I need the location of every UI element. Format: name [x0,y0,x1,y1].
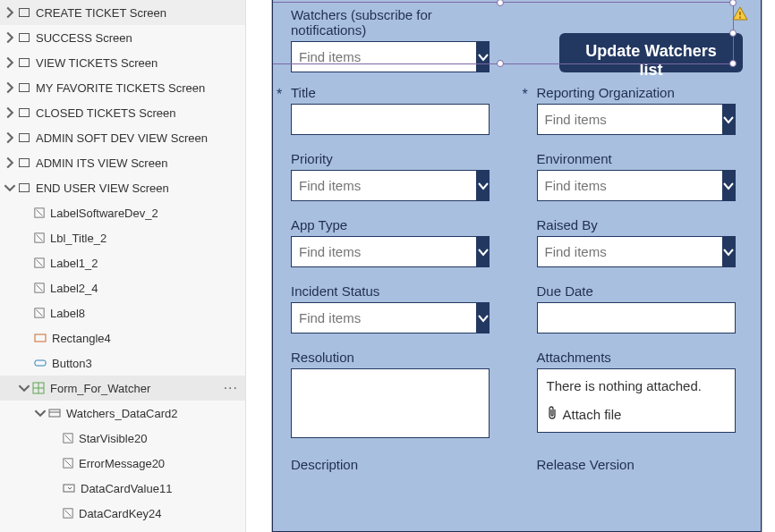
screen-icon [18,131,30,144]
chevron-down-icon[interactable] [476,170,490,201]
tree-item-admin-soft-dev[interactable]: ADMIN SOFT DEV VIEW Screen [0,125,245,150]
tree-item-watchers-datacard[interactable]: Watchers_DataCard2 [0,401,245,426]
environment-label: Environment [537,151,744,166]
field-title: * Title [291,85,498,135]
chevron-down-icon[interactable] [722,170,736,201]
field-resolution: Resolution [291,350,498,441]
tree-item-rectangle[interactable]: Rectangle4 [0,325,245,350]
tree-label: ADMIN SOFT DEV VIEW Screen [36,131,208,145]
due-date-input[interactable] [537,302,736,334]
field-raised-by: Raised By [537,217,744,267]
chevron-down-icon[interactable] [476,236,490,267]
tree-label: DataCardValue11 [81,482,172,495]
field-app-type: App Type [291,217,498,267]
tree-item-datacardkey[interactable]: DataCardKey24 [0,501,245,526]
resolution-label: Resolution [291,350,498,365]
tree-label: Form_For_Watcher [50,382,150,395]
tree-label: Lbl_Title_2 [50,232,106,245]
watchers-label: Watchers (subscribe for notifications) [291,7,506,38]
incident-status-label: Incident Status [291,283,498,299]
tree-item-label[interactable]: Label1_2 [0,250,245,275]
tree-panel[interactable]: CREATE TICKET Screen SUCCESS Screen VIEW… [0,0,246,532]
tree-label: Label1_2 [50,257,98,270]
required-icon: * [277,87,282,103]
app-type-combobox[interactable] [291,236,490,267]
update-watchers-button[interactable]: Update Watchers list [559,33,743,72]
tree-item-errormessage[interactable]: ErrorMessage20 [0,451,245,476]
tree-item-label[interactable]: Label2_4 [0,275,245,300]
tree-item-label[interactable]: LabelSoftwareDev_2 [0,200,245,225]
tree-label: LabelSoftwareDev_2 [50,207,158,220]
environment-combobox[interactable] [537,170,736,201]
raised-by-combobox[interactable] [537,236,736,267]
card-icon [48,407,61,419]
priority-input[interactable] [291,170,476,201]
incident-status-input[interactable] [291,302,476,334]
chevron-down-icon [34,407,47,419]
more-icon[interactable]: ··· [224,380,238,396]
tree-item-form-for-watcher[interactable]: Form_For_Watcher ··· [0,376,245,401]
resolution-input[interactable] [291,368,490,438]
watchers-combobox[interactable] [291,41,490,72]
priority-combobox[interactable] [291,170,490,201]
screen-icon [18,31,30,44]
tree-item-starvisible[interactable]: StarVisible20 [0,426,245,451]
tree-item-closed-tickets[interactable]: CLOSED TICKETS Screen [0,100,245,125]
reporting-org-combobox[interactable] [537,104,736,135]
reporting-org-label: Reporting Organization [537,85,744,100]
tree-item-view-tickets[interactable]: VIEW TICKETS Screen [0,50,245,75]
tree-label: MY FAVORITE TICKETS Screen [36,81,205,95]
incident-status-combobox[interactable] [291,302,490,334]
design-canvas[interactable]: Watchers (subscribe for notifications) [271,0,762,532]
tree-label: END USER VIEW Screen [36,182,169,195]
screen-icon [18,182,30,194]
chevron-down-icon [18,382,30,394]
chevron-down-icon[interactable] [476,302,490,334]
tree-item-success[interactable]: SUCCESS Screen [0,25,245,50]
chevron-down-icon[interactable] [722,236,736,267]
due-date-label: Due Date [537,283,744,299]
tree-label: ErrorMessage20 [79,457,165,470]
tree-item-create-ticket[interactable]: CREATE TICKET Screen [0,0,245,25]
title-input[interactable] [291,104,490,135]
combobox-icon [63,482,75,494]
button-icon [34,357,47,369]
chevron-down-icon[interactable] [476,41,490,72]
chevron-down-icon [4,182,16,194]
tree-item-label[interactable]: Lbl_Title_2 [0,225,245,250]
attachments-box[interactable]: There is nothing attached. Attach file [537,368,736,433]
environment-input[interactable] [537,170,722,201]
app-type-input[interactable] [291,236,476,267]
reporting-org-input[interactable] [537,104,722,135]
svg-rect-6 [35,360,46,366]
tree-item-favorite-tickets[interactable]: MY FAVORITE TICKETS Screen [0,75,245,100]
field-attachments: Attachments There is nothing attached. A… [537,350,744,441]
tree-label: SUCCESS Screen [36,31,132,45]
label-icon [34,283,45,293]
screen-icon [18,56,30,69]
paperclip-icon [547,406,558,423]
chevron-right-icon [4,156,16,169]
tree-item-admin-its[interactable]: ADMIN ITS VIEW Screen [0,150,245,175]
attach-file-button[interactable]: Attach file [547,406,726,423]
chevron-down-icon[interactable] [722,104,736,135]
required-icon: * [523,87,528,103]
tree-label: Button3 [52,357,92,370]
tree-item-datacardvalue[interactable]: DataCardValue11 [0,476,245,501]
label-icon [63,433,73,443]
screen-icon [18,106,30,119]
field-incident-status: Incident Status [291,283,498,334]
tree-item-button[interactable]: Button3 [0,350,245,376]
tree-item-label[interactable]: Label8 [0,300,245,325]
field-release-version: Release Version [537,457,744,476]
form-for-watcher[interactable]: Watchers (subscribe for notifications) [272,0,762,532]
tree-label: Label8 [50,307,85,320]
watchers-datacard[interactable]: Watchers (subscribe for notifications) [291,7,506,72]
screen-icon [18,6,30,19]
raised-by-input[interactable] [537,236,722,267]
watchers-input[interactable] [291,41,476,72]
release-version-label: Release Version [537,457,744,472]
chevron-right-icon [4,131,16,144]
tree-label: StarVisible20 [79,432,147,445]
tree-item-end-user-view[interactable]: END USER VIEW Screen [0,175,245,200]
